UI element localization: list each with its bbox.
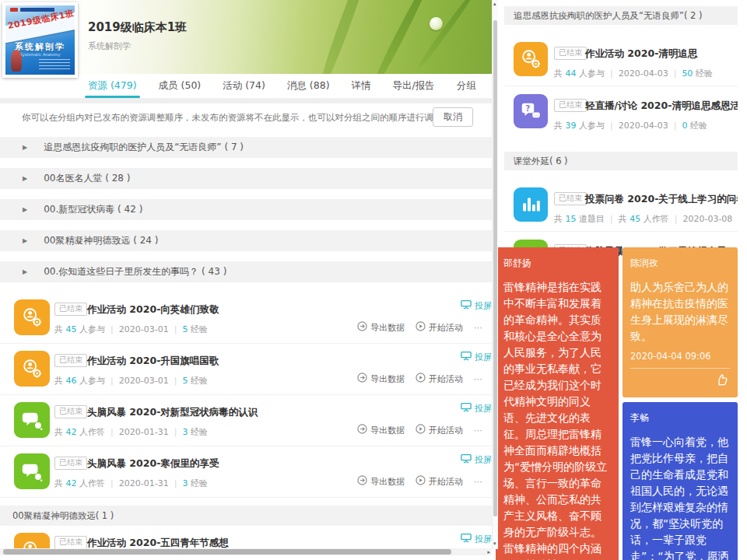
tab[interactable]: 成员 (50)	[159, 74, 202, 98]
meta-segment: 人作答	[77, 478, 106, 488]
activity-meta: 共 42 人作答|2020-01-31|3 经验	[54, 426, 208, 438]
reorder-notice: 你可以在分组内对已发布的资源调整顺序，未发布的资源将不在此显示，也可以对分组之间…	[0, 103, 492, 131]
export-data-link[interactable]: 导出数据	[357, 475, 405, 488]
activity-title[interactable]: 头脑风暴 2020-寒假里的享受	[87, 457, 219, 471]
start-activity-link[interactable]: 开始活动	[416, 321, 463, 334]
export-icon	[357, 424, 367, 436]
activity-title[interactable]: 作业活动 2020-向英雄们致敬	[87, 303, 219, 317]
activity-title[interactable]: 作业活动 2020-清明追思	[585, 47, 697, 61]
meta-segment: 共	[619, 214, 630, 224]
more-icon[interactable]: ⋯	[474, 323, 482, 333]
activity-title[interactable]: 轻直播/讨论 2020-清明追思感恩活动	[585, 100, 738, 113]
notice-text: 你可以在分组内对已发布的资源调整顺序，未发布的资源将不在此显示，也可以对分组之间…	[22, 112, 443, 124]
activity-title[interactable]: 投票问卷 2020-关于线上学习的问卷	[585, 193, 738, 206]
meta-segment: |	[110, 376, 114, 386]
group-activity-list: 已结束 作业活动 2020-清明追思 共 44 人参与|2020-04-03|5…	[504, 25, 738, 138]
svg-text:?: ?	[526, 104, 531, 113]
group-label: 00.新型冠状病毒 ( 42 )	[44, 203, 142, 216]
app: 2019级临床1班 系统解剖学 Systematic Anatomy 2019级…	[0, 0, 747, 560]
cast-screen-link[interactable]: 投屏模	[461, 299, 492, 312]
caret-right-icon: ▶	[23, 268, 27, 275]
activity-title[interactable]: 作业活动 2020-升国旗唱国歌	[87, 355, 219, 368]
activity-title[interactable]: 头脑风暴 2020-对新型冠状病毒的认识	[87, 406, 258, 419]
export-icon	[357, 321, 367, 334]
group-row[interactable]: ▶ 00.新型冠状病毒 ( 42 )	[0, 199, 492, 220]
brainstorm-icon	[14, 402, 50, 438]
meta-segment: 共	[54, 324, 66, 334]
horizontal-scrollbar-thumb[interactable]	[3, 549, 451, 555]
thumbs-up-icon[interactable]	[715, 373, 730, 390]
more-icon[interactable]: ⋯	[474, 374, 482, 384]
group-label: 00名医名人堂 ( 28 )	[44, 172, 130, 185]
meta-segment: 15	[566, 214, 577, 224]
scroll-right-icon[interactable]: ▸	[487, 550, 490, 555]
activity-actions: 导出数据 开始活动 ⋯	[357, 424, 482, 436]
export-icon	[357, 373, 367, 385]
tab[interactable]: 资源 (479)	[88, 74, 137, 98]
meta-segment: 经验	[693, 68, 713, 79]
cast-screen-link[interactable]: 投屏模	[461, 453, 492, 466]
activity-item: 已结束 作业活动 2020-升国旗唱国歌 共 46 人参与|2020-03-01…	[0, 344, 492, 395]
tab-label: 资源 (479)	[88, 79, 137, 93]
meta-segment: 共	[54, 478, 66, 488]
meta-segment: 2020-01-31	[119, 478, 169, 488]
meta-segment: |	[610, 121, 613, 131]
svg-text:...: ...	[534, 111, 538, 117]
group-label: 00.你知道这些日子里所发生的事吗？ ( 43 )	[44, 265, 226, 278]
group-row[interactable]: ▶ 追思感恩抗疫殉职的医护人员及“无语良师” ( 7 )	[0, 137, 492, 158]
meta-segment: 39	[566, 121, 577, 131]
cancel-button[interactable]: 取消	[433, 107, 473, 127]
tab[interactable]: 分组	[457, 74, 476, 98]
meta-segment: 2020-04-03	[619, 68, 668, 79]
grass-decoration	[316, 0, 380, 74]
meta-segment: 共	[554, 121, 566, 131]
vertical-scrollbar-thumb[interactable]	[493, 20, 497, 516]
vertical-scrollbar[interactable]: ▴ ▾	[492, 0, 498, 549]
message-card: 陈润孜 助人为乐舍己为人的精神在抗击疫情的医生身上展现的淋漓尽致。 2020-0…	[622, 247, 738, 397]
scroll-up-icon[interactable]: ▴	[493, 2, 496, 7]
meta-segment: 共	[54, 376, 66, 386]
more-icon[interactable]: ⋯	[474, 425, 482, 436]
cast-screen-link[interactable]: 投屏模	[461, 533, 492, 545]
card-author: 李畅	[630, 411, 730, 425]
meta-segment: 经验	[188, 376, 208, 386]
tab[interactable]: 活动 (74)	[223, 74, 265, 98]
card-author: 邵舒扬	[503, 257, 611, 270]
tab[interactable]: 消息 (88)	[287, 74, 330, 98]
meta-segment: |	[110, 324, 114, 334]
start-activity-link[interactable]: 开始活动	[416, 424, 463, 436]
cast-screen-link[interactable]: 投屏模	[461, 402, 492, 415]
start-activity-link[interactable]: 开始活动	[416, 373, 463, 385]
status-badge: 已结束	[54, 354, 87, 367]
scroll-down-icon[interactable]: ▾	[493, 541, 496, 547]
group-row[interactable]: ▶ 00名医名人堂 ( 28 )	[0, 168, 492, 189]
cast-screen-icon	[461, 299, 472, 312]
status-badge: 已结束	[554, 192, 587, 205]
group-row[interactable]: ▶ 00.你知道这些日子里所发生的事吗？ ( 43 )	[0, 261, 492, 282]
export-data-link[interactable]: 导出数据	[357, 424, 405, 436]
meta-segment: 经验	[188, 427, 208, 437]
tab[interactable]: 导出/报告	[393, 74, 435, 98]
tab-label: 活动 (74)	[223, 79, 265, 93]
meta-segment: 人作答	[640, 214, 669, 224]
meta-segment: |	[610, 214, 613, 224]
horizontal-scrollbar[interactable]: ▸	[0, 548, 492, 555]
export-data-link[interactable]: 导出数据	[357, 373, 405, 385]
group-list: ▶ 追思感恩抗疫殉职的医护人员及“无语良师” ( 7 ) ▶ 00名医名人堂 (…	[0, 131, 492, 282]
status-badge: 已结束	[54, 457, 87, 470]
card-text: 助人为乐舍己为人的精神在抗击疫情的医生身上展现的淋漓尽致。	[630, 279, 730, 345]
play-icon	[416, 373, 426, 385]
tab[interactable]: 详情	[352, 74, 371, 98]
section-header: 00聚精凝神明德致远( 1 )	[0, 506, 492, 526]
assignment-icon	[14, 299, 50, 335]
meta-segment: 共	[554, 68, 566, 79]
export-data-link[interactable]: 导出数据	[357, 321, 405, 334]
tab-label: 导出/报告	[393, 79, 435, 93]
start-activity-link[interactable]: 开始活动	[416, 475, 463, 488]
activity-item: 已结束 头脑风暴 2020-寒假里的享受 共 42 人作答|2020-01-31…	[0, 446, 492, 498]
group-row[interactable]: ▶ 00聚精凝神明德致远 ( 24 )	[0, 230, 492, 251]
activity-meta: 共 15 道题目|共 45 人作答|2020-03-08|5 经验	[554, 213, 738, 225]
more-icon[interactable]: ⋯	[474, 477, 482, 487]
cast-screen-link[interactable]: 投屏模	[461, 351, 492, 363]
activity-title[interactable]: 作业活动 2020-五四青年节感想	[87, 537, 229, 548]
